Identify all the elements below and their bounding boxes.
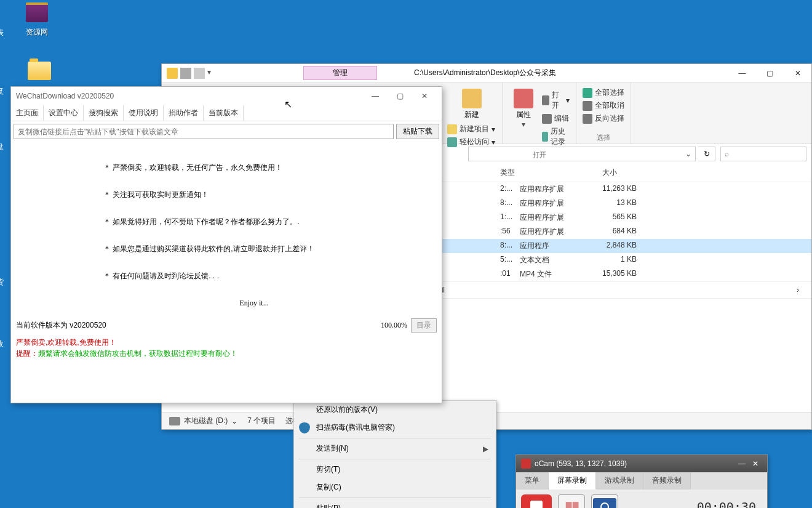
info-line: ＊ 关注我可获取实时更新通知！ — [103, 187, 429, 202]
close-button[interactable]: ✕ — [412, 88, 437, 104]
wcd-footer: 严禁倒卖,欢迎转载,免费使用！ 提醒：频繁请求会触发微信防攻击机制，获取数据过程… — [11, 334, 442, 361]
select-none[interactable]: 全部取消 — [583, 99, 624, 112]
select-none-icon — [583, 101, 592, 111]
info-line: ＊ 严禁倒卖，欢迎转载，无任何广告，永久免费使用！ — [103, 160, 429, 175]
ocam-tab[interactable]: 游戏录制 — [596, 472, 643, 490]
ribbon-history[interactable]: 历史记录 — [542, 125, 570, 148]
select-all-icon — [583, 88, 592, 98]
qat-icon[interactable] — [180, 68, 191, 79]
context-menu-item[interactable]: 发送到(N)▶ — [294, 440, 496, 458]
ribbon-new-item[interactable]: 新建项目 ▾ — [447, 123, 496, 135]
directory-button[interactable]: 目录 — [411, 318, 437, 333]
close-button[interactable]: ✕ — [784, 65, 811, 82]
ocam-tabs: 菜单屏幕录制游戏录制音频录制 — [516, 472, 767, 490]
address-dropdown[interactable]: ⌄ — [468, 147, 696, 161]
wechatdownload-window: WeChatDownload v20200520 — ▢ ✕ 主页面设置中心搜狗… — [10, 86, 442, 403]
context-menu-item[interactable]: 粘贴(P) — [294, 499, 496, 508]
sparkle-icon — [447, 124, 457, 134]
winrar-icon — [26, 2, 48, 22]
open-icon — [542, 95, 549, 105]
ocam-window: oCam (593, 13, 1327, 1039) — ✕ 菜单屏幕录制游戏录… — [515, 454, 768, 508]
status-drive[interactable]: 本地磁盘 (D:)⌄ — [169, 416, 237, 426]
info-line: ＊ 如果觉得好用，何不赞助下作者呢？作者都那么努力了。. — [103, 214, 429, 229]
explorer-titlebar: ▾ 管理 C:\Users\Administrator\Desktop\公众号采… — [162, 64, 811, 83]
ocam-icon — [521, 459, 531, 469]
history-icon — [542, 132, 548, 142]
ocam-tab[interactable]: 屏幕录制 — [549, 472, 596, 490]
wcd-tabs: 主页面设置中心搜狗搜索使用说明捐助作者当前版本 — [11, 105, 442, 121]
qat-icon[interactable] — [194, 68, 205, 79]
ribbon-group-new: 新建 新建项目 ▾ 轻松访问 ▾ — [441, 83, 503, 143]
minimize-button[interactable]: — — [363, 88, 388, 104]
ribbon-open[interactable]: 打开 ▾ — [542, 89, 570, 112]
desktop-edge-label: 盘 — [0, 142, 7, 152]
quick-access-toolbar: ▾ — [162, 68, 223, 79]
new-folder-button[interactable]: 新建 — [447, 86, 496, 123]
enjoy-text: Enjoy it... — [103, 296, 429, 310]
wcd-tab[interactable]: 捐助作者 — [164, 105, 204, 121]
context-menu: 还原以前的版本(V)扫描病毒(腾讯电脑管家)发送到(N)▶剪切(T)复制(C)粘… — [293, 400, 496, 508]
wcd-tab[interactable]: 设置中心 — [44, 105, 84, 121]
paste-download-button[interactable]: 粘贴下载 — [396, 124, 439, 139]
search-input[interactable]: ⌕ — [720, 147, 806, 161]
info-line: ＊ 如果您是通过购买渠道获得此软件的,请立即退款并打上差评！ — [103, 241, 429, 256]
new-folder-icon — [462, 89, 482, 108]
desktop-edge-label: 复 — [0, 86, 7, 97]
chevron-right-icon[interactable]: › — [797, 286, 799, 294]
maximize-button[interactable]: ▢ — [388, 88, 412, 104]
properties-button[interactable]: 属性 ▾ — [509, 86, 538, 148]
desktop-edge-label: 改 — [0, 339, 7, 349]
separator — [299, 459, 491, 459]
context-menu-item[interactable]: 剪切(T) — [294, 461, 496, 478]
desktop-icon-winrar[interactable]: 资源网 — [18, 0, 55, 38]
column-size[interactable]: 大小 — [568, 167, 629, 178]
url-input[interactable] — [14, 124, 394, 139]
window-title-path: C:\Users\Administrator\Desktop\公众号采集 — [377, 68, 728, 78]
pause-button[interactable]: ▮▮ — [558, 494, 585, 508]
folder-icon — [28, 62, 51, 80]
wcd-tab[interactable]: 主页面 — [11, 105, 44, 121]
ocam-tab[interactable]: 菜单 — [516, 472, 549, 490]
pause-icon: ▮▮ — [565, 498, 578, 508]
access-icon — [447, 137, 457, 147]
ocam-tab[interactable]: 音频录制 — [643, 472, 691, 490]
drive-icon — [169, 417, 180, 425]
stop-record-button[interactable] — [521, 494, 552, 508]
context-menu-item[interactable]: 还原以前的版本(V) — [294, 401, 496, 419]
chevron-down-icon: ⌄ — [231, 417, 237, 425]
column-type[interactable]: 类型 — [494, 167, 568, 178]
context-menu-item[interactable]: 复制(C) — [294, 478, 496, 496]
select-all[interactable]: 全部选择 — [583, 86, 624, 99]
chevron-right-icon: ▶ — [483, 445, 488, 453]
wcd-content: ＊ 严禁倒卖，欢迎转载，无任何广告，永久免费使用！＊ 关注我可获取实时更新通知！… — [11, 142, 442, 316]
separator — [299, 438, 491, 438]
shield-icon — [299, 422, 310, 433]
wcd-tab[interactable]: 使用说明 — [124, 105, 164, 121]
separator — [299, 498, 491, 498]
camera-icon — [593, 498, 616, 508]
check-icon — [514, 89, 533, 108]
wcd-tab[interactable]: 当前版本 — [204, 105, 244, 121]
capture-button[interactable] — [591, 494, 618, 508]
desktop-edge-label: 表 — [0, 28, 7, 38]
edit-icon — [542, 114, 552, 124]
ribbon-group-open: 属性 ▾ 打开 ▾ 编辑 历史记录 打开 — [503, 83, 576, 143]
progress-percent: 100.00% — [381, 321, 407, 330]
context-menu-item[interactable]: 扫描病毒(腾讯电脑管家) — [294, 419, 496, 437]
wcd-tab[interactable]: 搜狗搜索 — [84, 105, 124, 121]
close-button[interactable]: ✕ — [749, 458, 762, 469]
ribbon-edit[interactable]: 编辑 — [542, 112, 570, 125]
desktop-icon-folder[interactable] — [21, 58, 58, 86]
folder-icon — [167, 68, 178, 79]
status-item-count: 7 个项目 — [247, 416, 276, 426]
maximize-button[interactable]: ▢ — [756, 65, 784, 82]
ocam-titlebar: oCam (593, 13, 1327, 1039) — ✕ — [516, 455, 767, 472]
minimize-button[interactable]: — — [728, 65, 756, 82]
qat-dropdown-icon[interactable]: ▾ — [207, 68, 213, 79]
ribbon-group-select: 全部选择 全部取消 反向选择 选择 — [576, 83, 631, 143]
ribbon-context-tab[interactable]: 管理 — [303, 66, 377, 80]
refresh-button[interactable]: ↻ — [698, 147, 715, 161]
minimize-button[interactable]: — — [735, 458, 749, 469]
chevron-down-icon: ⌄ — [685, 150, 691, 158]
invert-selection[interactable]: 反向选择 — [583, 112, 624, 125]
